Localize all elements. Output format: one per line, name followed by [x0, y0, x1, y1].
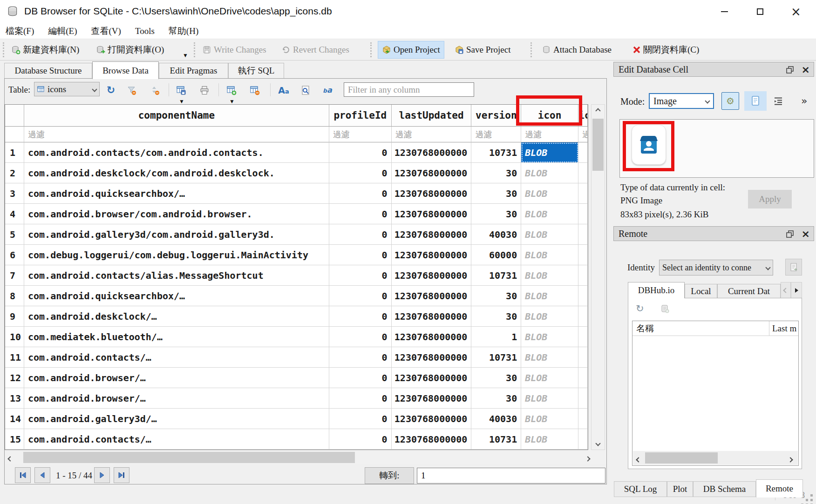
cell-lastUpdated[interactable]: 1230768000000 [392, 368, 472, 388]
cell-version[interactable]: 30 [471, 163, 521, 183]
cell-icon-blob[interactable]: BLOB [521, 224, 578, 245]
header-version[interactable]: version [471, 105, 521, 127]
cell-componentName[interactable]: com.android.browser/… [24, 388, 329, 409]
cell-profileId[interactable]: 0 [329, 368, 392, 388]
cell-partial[interactable] [578, 142, 588, 163]
minimize-button[interactable] [710, 0, 739, 23]
remote-tab-current-database[interactable]: Current Dat [717, 284, 781, 298]
cell-profileId[interactable]: 0 [329, 245, 392, 265]
close-database-button[interactable]: 關閉資料庫(C) [629, 41, 703, 59]
scroll-right-button[interactable] [586, 454, 590, 463]
cell-icon-blob[interactable]: BLOB [521, 306, 578, 327]
cell-icon-blob[interactable]: BLOB [521, 429, 578, 450]
row-number[interactable]: 13 [5, 388, 24, 409]
remote-column-name[interactable]: 名稱 [632, 321, 769, 336]
revert-changes-button[interactable]: Revert Changes [278, 41, 353, 59]
scroll-up-button[interactable] [592, 105, 605, 117]
cell-partial[interactable] [578, 163, 588, 183]
save-project-button[interactable]: Save Project [451, 41, 515, 59]
cell-version[interactable]: 30 [471, 388, 521, 409]
cell-lastUpdated[interactable]: 1230768000000 [392, 306, 472, 327]
mode-select[interactable]: Image [649, 93, 714, 109]
cell-version[interactable]: 40030 [471, 409, 521, 429]
cell-icon-blob[interactable]: BLOB [521, 142, 578, 163]
cell-partial[interactable] [578, 327, 588, 347]
scroll-right-button[interactable] [789, 455, 792, 464]
close-button[interactable]: × [782, 0, 810, 23]
menu-file[interactable]: 檔案(F) [6, 25, 34, 37]
identity-select[interactable]: Select an identity to conne [659, 260, 773, 276]
remote-refresh-button[interactable]: ↻ [636, 303, 644, 314]
cell-icon-blob[interactable]: BLOB [521, 368, 578, 388]
write-changes-button[interactable]: Write Changes [198, 41, 270, 59]
tab-scroll-left-button[interactable] [781, 282, 791, 298]
cell-partial[interactable] [578, 306, 588, 327]
cell-profileId[interactable]: 0 [329, 265, 392, 286]
dock-tab-remote[interactable]: Remote [756, 479, 803, 497]
cell-partial[interactable] [578, 204, 588, 224]
header-partial-column[interactable]: ic [578, 105, 588, 127]
resize-grip[interactable] [806, 499, 808, 501]
cell-lastUpdated[interactable]: 1230768000000 [392, 347, 472, 368]
goto-record-input[interactable] [417, 468, 605, 484]
dock-tab-db-schema[interactable]: DB Schema [693, 481, 756, 497]
filter-version[interactable]: 過濾 [471, 127, 521, 142]
import-export-button[interactable]: ⚙ [721, 92, 739, 110]
maximize-button[interactable] [746, 0, 775, 23]
cell-partial[interactable] [578, 368, 588, 388]
cell-componentName[interactable]: com.android.browser/com.android.browser. [24, 204, 329, 224]
table-horizontal-scrollbar[interactable] [5, 450, 606, 464]
cell-lastUpdated[interactable]: 1230768000000 [392, 142, 472, 163]
attach-database-button[interactable]: Attach Database [538, 41, 615, 59]
cell-lastUpdated[interactable]: 1230768000000 [392, 163, 472, 183]
previous-page-button[interactable] [34, 467, 50, 483]
cell-componentName[interactable]: com.android.contacts/com.android.contact… [24, 142, 329, 163]
row-number[interactable]: 7 [5, 265, 24, 286]
cell-profileId[interactable]: 0 [329, 388, 392, 409]
cell-componentName[interactable]: com.android.quicksearchbox/… [24, 286, 329, 306]
next-page-button[interactable] [94, 467, 110, 483]
cell-version[interactable]: 30 [471, 204, 521, 224]
cell-version[interactable]: 40030 [471, 224, 521, 245]
cell-lastUpdated[interactable]: 1230768000000 [392, 429, 472, 450]
cell-lastUpdated[interactable]: 1230768000000 [392, 409, 472, 429]
cell-profileId[interactable]: 0 [329, 224, 392, 245]
tab-scroll-right-button[interactable] [791, 282, 802, 298]
open-database-dropdown-icon[interactable]: ▼ [183, 52, 188, 59]
cell-profileId[interactable]: 0 [329, 204, 392, 224]
print-button[interactable] [198, 84, 211, 96]
import-certificate-button[interactable] [785, 259, 802, 276]
dock-tab-sql-log[interactable]: SQL Log [614, 481, 667, 497]
cell-version[interactable]: 1 [471, 327, 521, 347]
cell-version[interactable]: 60000 [471, 245, 521, 265]
cell-lastUpdated[interactable]: 1230768000000 [392, 245, 472, 265]
header-rownum[interactable] [5, 105, 24, 127]
dock-tab-plot[interactable]: Plot [667, 481, 693, 497]
menu-edit[interactable]: 編輯(E) [48, 25, 77, 37]
encoding-button[interactable]: ba [321, 84, 334, 96]
open-project-button[interactable]: Open Project [378, 41, 444, 59]
cell-profileId[interactable]: 0 [329, 409, 392, 429]
delete-record-button[interactable] [248, 84, 261, 96]
filter-lastUpdated[interactable]: 過濾 [392, 127, 472, 142]
clear-filters-button[interactable] [125, 84, 138, 96]
filter-any-column-input[interactable] [344, 82, 474, 97]
close-panel-icon[interactable]: × [802, 229, 810, 239]
insert-record-button[interactable] [225, 84, 238, 96]
scroll-left-button[interactable] [8, 454, 12, 463]
cell-version[interactable]: 30 [471, 286, 521, 306]
cell-profileId[interactable]: 0 [329, 327, 392, 347]
cell-version[interactable]: 30 [471, 183, 521, 204]
remote-column-last-modified[interactable]: Last m [769, 321, 798, 336]
menu-view[interactable]: 查看(V) [91, 25, 121, 37]
cell-icon-blob[interactable]: BLOB [521, 245, 578, 265]
cell-componentName[interactable]: com.debug.loggerui/com.debug.loggerui.Ma… [24, 245, 329, 265]
clear-sorting-button[interactable] [148, 84, 161, 96]
remote-tab-local[interactable]: Local [685, 284, 717, 298]
cell-partial[interactable] [578, 183, 588, 204]
cell-lastUpdated[interactable]: 1230768000000 [392, 327, 472, 347]
cell-componentName[interactable]: com.android.deskclock/com.android.deskcl… [24, 163, 329, 183]
row-number[interactable]: 1 [5, 142, 24, 163]
menu-tools[interactable]: Tools [135, 26, 155, 36]
filter-profileId[interactable]: 過濾 [329, 127, 392, 142]
